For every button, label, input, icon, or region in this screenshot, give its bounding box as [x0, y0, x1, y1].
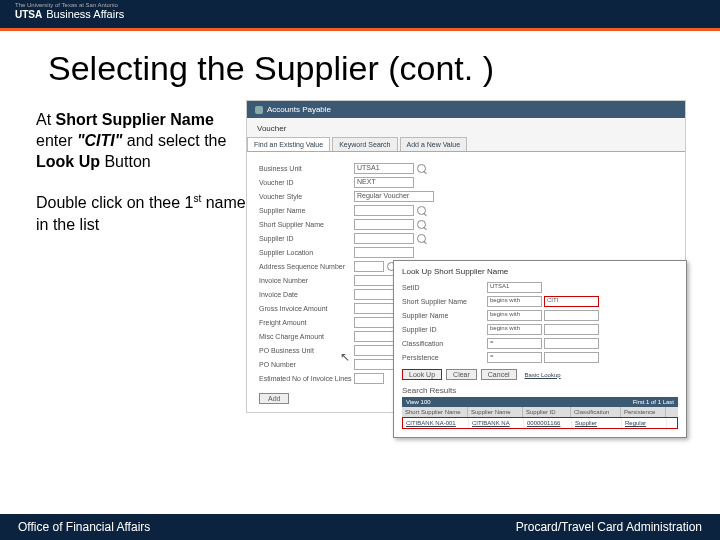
instruction-1: At Short Supplier Name enter "CITI" and …	[36, 110, 246, 172]
results-row-1[interactable]: CITIBANK NA-001 CITIBANK NA 0000001166 S…	[402, 417, 678, 429]
supplier-name-input[interactable]	[354, 205, 414, 216]
supplier-id-input[interactable]	[354, 233, 414, 244]
results-toolbar: View 100 First 1 of 1 Last	[402, 397, 678, 407]
section-title: Voucher	[247, 124, 685, 137]
short-supplier-name-input[interactable]	[354, 219, 414, 230]
footer-left: Office of Financial Affairs	[18, 520, 150, 534]
supplier-location-input[interactable]	[354, 247, 414, 258]
sn-value-input[interactable]	[544, 310, 599, 321]
ssn-value-input[interactable]: CITI	[544, 296, 599, 307]
lookup-icon[interactable]	[417, 220, 426, 229]
add-button[interactable]: Add	[259, 393, 289, 404]
tagline: The University of Texas at San Antonio	[15, 2, 118, 8]
voucher-style-select[interactable]: Regular Voucher	[354, 191, 434, 202]
cls-op-select[interactable]: =	[487, 338, 542, 349]
address-seq-input[interactable]	[354, 261, 384, 272]
business-unit-input[interactable]: UTSA1	[354, 163, 414, 174]
app-icon	[255, 106, 263, 114]
cancel-button[interactable]: Cancel	[481, 369, 517, 380]
sid-value-input[interactable]	[544, 324, 599, 335]
lookup-button[interactable]: Look Up	[402, 369, 442, 380]
est-lines-input[interactable]	[354, 373, 384, 384]
instruction-2: Double click on thee 1st name in the lis…	[36, 192, 246, 235]
brand-logo: UTSA	[15, 9, 42, 20]
per-op-select[interactable]: =	[487, 352, 542, 363]
popup-title: Look Up Short Supplier Name	[402, 267, 678, 276]
tab-find[interactable]: Find an Existing Value	[247, 137, 330, 151]
cls-value-input[interactable]	[544, 338, 599, 349]
lookup-icon[interactable]	[417, 164, 426, 173]
tab-add[interactable]: Add a New Value	[400, 137, 468, 151]
ap-header: Accounts Payable	[247, 101, 685, 118]
instructions: At Short Supplier Name enter "CITI" and …	[36, 100, 246, 413]
sn-op-select[interactable]: begins with	[487, 310, 542, 321]
results-header: Search Results	[402, 386, 678, 395]
lookup-icon[interactable]	[417, 206, 426, 215]
clear-button[interactable]: Clear	[446, 369, 477, 380]
brand-header: The University of Texas at San Antonio U…	[0, 0, 720, 28]
setid-input[interactable]: UTSA1	[487, 282, 542, 293]
basic-lookup-link[interactable]: Basic Lookup	[525, 372, 561, 378]
app-title: Accounts Payable	[267, 105, 331, 114]
lookup-icon[interactable]	[417, 234, 426, 243]
brand-sub: Business Affairs	[46, 8, 124, 20]
sid-op-select[interactable]: begins with	[487, 324, 542, 335]
tab-keyword[interactable]: Keyword Search	[332, 137, 397, 151]
page-title: Selecting the Supplier (cont. )	[0, 31, 720, 100]
footer: Office of Financial Affairs Procard/Trav…	[0, 514, 720, 540]
ap-screenshot: Accounts Payable Voucher Find an Existin…	[246, 100, 686, 413]
results-columns: Short Supplier Name Supplier Name Suppli…	[402, 407, 678, 417]
ssn-op-select[interactable]: begins with	[487, 296, 542, 307]
voucher-id-input[interactable]: NEXT	[354, 177, 414, 188]
lookup-popup: Look Up Short Supplier Name SetIDUTSA1 S…	[393, 260, 687, 438]
per-value-input[interactable]	[544, 352, 599, 363]
footer-right: Procard/Travel Card Administration	[516, 520, 702, 534]
